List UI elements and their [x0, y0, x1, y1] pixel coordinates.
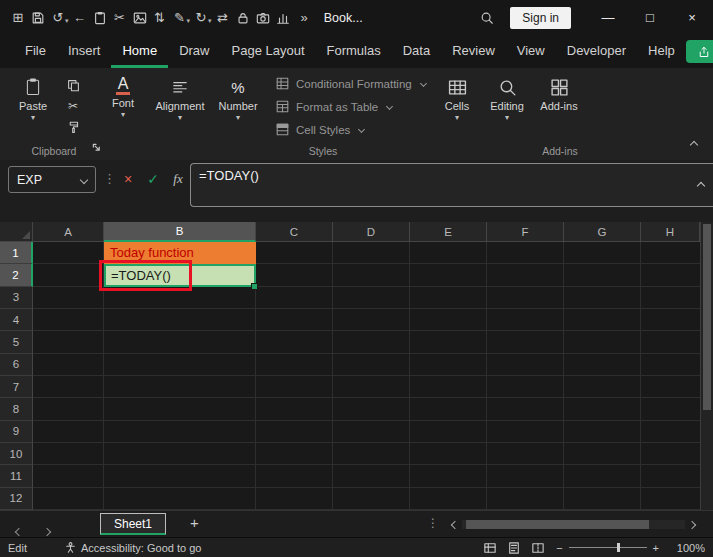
normal-view-icon[interactable] — [484, 542, 496, 554]
add-sheet-button[interactable]: + — [190, 514, 199, 531]
column-header-h[interactable]: H — [641, 222, 700, 242]
cells-area[interactable]: Today function =TODAY() — [33, 242, 700, 510]
zoom-in-button[interactable]: + — [653, 542, 659, 554]
font-button[interactable]: A Font ▾ — [97, 76, 149, 118]
cell-b1[interactable]: Today function — [104, 242, 256, 264]
row-header-5[interactable]: 5 — [0, 331, 33, 353]
chevron-down-icon[interactable]: ▾ — [208, 17, 212, 25]
addins-button[interactable]: Add-ins — [533, 76, 585, 112]
horizontal-scrollbar-track[interactable] — [462, 520, 685, 529]
tab-home[interactable]: Home — [111, 35, 168, 68]
zoom-out-button[interactable]: − — [556, 542, 562, 554]
zoom-slider-thumb[interactable] — [617, 543, 620, 552]
tab-help[interactable]: Help — [637, 35, 686, 68]
row-header-4[interactable]: 4 — [0, 309, 33, 331]
scroll-right-icon[interactable] — [685, 522, 699, 528]
paste-button[interactable]: Paste ▾ — [10, 76, 56, 121]
fill-handle[interactable] — [251, 283, 258, 290]
page-break-view-icon[interactable] — [532, 542, 544, 554]
column-header-f[interactable]: F — [487, 222, 564, 242]
drag-handle-icon[interactable]: ⋮ — [103, 171, 116, 186]
chevron-down-icon[interactable]: ▾ — [65, 17, 69, 25]
cut-icon[interactable]: ✂ — [64, 98, 82, 114]
dialog-launcher-icon[interactable] — [92, 138, 101, 156]
zoom-level[interactable]: 100% — [671, 542, 705, 554]
row-header-11[interactable]: 11 — [0, 465, 33, 487]
tab-formulas[interactable]: Formulas — [316, 35, 392, 68]
row-header-3[interactable]: 3 — [0, 287, 33, 309]
camera-icon[interactable] — [253, 6, 273, 30]
sheet-options-icon[interactable]: ⋮ — [427, 516, 439, 530]
formula-input[interactable]: =TODAY() — [190, 163, 713, 207]
chevron-down-icon[interactable]: ▾ — [187, 17, 191, 25]
row-header-8[interactable]: 8 — [0, 398, 33, 420]
tab-file[interactable]: File — [14, 35, 57, 68]
copy-icon[interactable] — [64, 77, 82, 93]
scroll-left-icon[interactable] — [448, 522, 462, 528]
excel-window: ⊞ ↺ ▾ ← ✂ ⇅ ✎ ▾ ↻ ▾ ⇄ » Book... Sign in … — [0, 0, 713, 557]
sheet-tab-sheet1[interactable]: Sheet1 — [100, 513, 166, 535]
column-header-d[interactable]: D — [333, 222, 410, 242]
close-button[interactable]: × — [671, 0, 713, 35]
column-header-b[interactable]: B — [104, 222, 256, 242]
horizontal-scrollbar-thumb[interactable] — [466, 520, 649, 529]
name-box[interactable]: EXP — [8, 166, 96, 193]
chart-icon[interactable] — [273, 6, 293, 30]
tab-insert[interactable]: Insert — [57, 35, 112, 68]
insert-function-button[interactable]: fx — [166, 167, 190, 191]
alignment-button[interactable]: Alignment ▾ — [154, 76, 206, 121]
accessibility-status[interactable]: Accessibility: Good to go — [65, 542, 201, 554]
row-header-1[interactable]: 1 — [0, 242, 33, 264]
qat-overflow-icon[interactable]: » — [301, 10, 308, 25]
collapse-formula-bar-icon[interactable] — [698, 175, 704, 193]
column-header-a[interactable]: A — [33, 222, 104, 242]
app-menu-icon[interactable]: ⊞ — [8, 6, 28, 30]
cell-b2[interactable]: =TODAY() — [104, 264, 256, 287]
minimize-button[interactable]: — — [587, 0, 629, 35]
number-button[interactable]: % Number ▾ — [212, 76, 264, 121]
picture-icon[interactable] — [130, 6, 150, 30]
column-header-g[interactable]: G — [564, 222, 641, 242]
search-icon[interactable] — [472, 11, 502, 25]
row-header-2[interactable]: 2 — [0, 264, 33, 286]
column-header-e[interactable]: E — [410, 222, 487, 242]
row-header-6[interactable]: 6 — [0, 354, 33, 376]
tab-review[interactable]: Review — [441, 35, 506, 68]
select-all-corner[interactable] — [0, 222, 33, 242]
row-header-12[interactable]: 12 — [0, 488, 33, 510]
sign-in-button[interactable]: Sign in — [510, 7, 571, 29]
collapse-ribbon-icon[interactable] — [691, 134, 697, 152]
switch-windows-icon[interactable]: ⇄ — [213, 6, 233, 30]
tab-draw[interactable]: Draw — [168, 35, 220, 68]
clipboard-icon[interactable] — [90, 6, 110, 30]
vertical-scrollbar[interactable] — [700, 222, 713, 510]
cancel-button[interactable]: × — [116, 167, 140, 191]
column-header-c[interactable]: C — [256, 222, 333, 242]
tab-page-layout[interactable]: Page Layout — [221, 35, 316, 68]
row-header-7[interactable]: 7 — [0, 376, 33, 398]
sort-icon[interactable]: ⇅ — [150, 6, 170, 30]
format-painter-icon[interactable] — [64, 119, 82, 135]
tab-data[interactable]: Data — [392, 35, 441, 68]
chevron-down-icon[interactable] — [80, 175, 88, 183]
conditional-formatting-button[interactable]: Conditional Formatting — [276, 74, 426, 93]
maximize-button[interactable]: □ — [629, 0, 671, 35]
cells-button[interactable]: Cells ▾ — [431, 76, 483, 121]
page-layout-view-icon[interactable] — [508, 542, 520, 554]
horizontal-scrollbar[interactable] — [448, 517, 699, 532]
row-header-10[interactable]: 10 — [0, 443, 33, 465]
enter-button[interactable]: ✓ — [141, 167, 165, 191]
row-header-9[interactable]: 9 — [0, 421, 33, 443]
back-icon[interactable]: ← — [70, 6, 90, 30]
cut-icon[interactable]: ✂ — [110, 6, 130, 30]
format-as-table-button[interactable]: Format as Table — [276, 97, 426, 116]
editing-button[interactable]: Editing ▾ — [481, 76, 533, 121]
save-icon[interactable] — [28, 6, 48, 30]
cell-styles-button[interactable]: Cell Styles — [276, 120, 426, 139]
lock-icon[interactable] — [233, 6, 253, 30]
share-button[interactable]: Share — [686, 40, 713, 63]
zoom-slider[interactable] — [569, 542, 647, 553]
tab-view[interactable]: View — [506, 35, 556, 68]
tab-developer[interactable]: Developer — [556, 35, 637, 68]
vertical-scrollbar-thumb[interactable] — [703, 224, 711, 410]
